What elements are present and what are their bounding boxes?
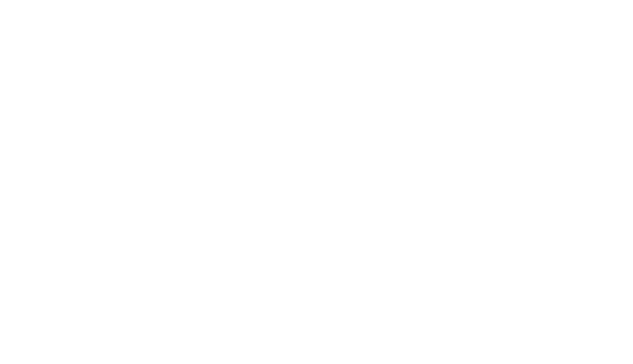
spreadsheet xyxy=(0,0,633,364)
